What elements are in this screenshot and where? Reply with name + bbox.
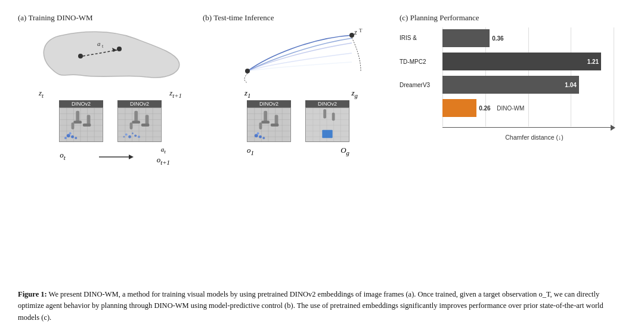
panel-b-title: (b) Test-time Inference bbox=[203, 13, 274, 23]
bar-label-tdmpc2: TD-MPC2 bbox=[400, 51, 442, 72]
svg-rect-18 bbox=[73, 121, 82, 124]
bar-row-iris: IRIS & 0.36 bbox=[400, 27, 626, 49]
blob-area: a t bbox=[33, 26, 188, 86]
svg-point-74 bbox=[262, 137, 265, 139]
caption-text: We present DINO-WM, a method for trainin… bbox=[18, 290, 603, 322]
og-label: Og bbox=[340, 146, 349, 156]
svg-rect-21 bbox=[83, 124, 91, 127]
robot-svg-right bbox=[118, 108, 161, 141]
svg-rect-42 bbox=[141, 124, 150, 127]
dino-box-right: DINOv2 bbox=[117, 100, 162, 142]
svg-point-23 bbox=[71, 135, 74, 138]
svg-rect-86 bbox=[323, 109, 326, 118]
svg-rect-87 bbox=[332, 112, 335, 121]
dino-box-b-right: DINOv2 bbox=[305, 100, 349, 142]
diagram-row: (a) Training DINO-WM a t bbox=[18, 11, 626, 282]
bar-row-tdmpc2: TD-MPC2 1.21 bbox=[400, 51, 626, 72]
panel-b: (b) Test-time Inference z T bbox=[203, 11, 394, 282]
dino-wm-name-label: DINO-WM bbox=[497, 105, 524, 112]
svg-text:T: T bbox=[359, 27, 363, 33]
bar-row-dinowm: 0.26 DINO-WM bbox=[400, 97, 626, 119]
dino-box-left: DINOv2 bbox=[59, 100, 103, 142]
panel-c-title: (c) Planning Performance bbox=[400, 13, 479, 23]
svg-point-25 bbox=[75, 137, 77, 139]
obs-t1-label: ot+1 bbox=[157, 155, 170, 166]
bar-label-iris: IRIS & bbox=[400, 27, 442, 49]
obs-action-row: ot at ot+1 bbox=[51, 146, 170, 166]
svg-text:z: z bbox=[354, 28, 357, 36]
dino-box-b-left: DINOv2 bbox=[247, 100, 291, 142]
bar-value-dinowm: 0.26 bbox=[479, 105, 490, 112]
svg-point-24 bbox=[69, 132, 72, 134]
svg-point-45 bbox=[125, 133, 128, 135]
dino-label-right: DINOv2 bbox=[117, 100, 162, 107]
svg-rect-70 bbox=[271, 124, 279, 127]
inference-area: z T bbox=[215, 26, 382, 86]
dino-label-left: DINOv2 bbox=[59, 100, 103, 107]
dino-boxes-row-b: DINOv2 bbox=[247, 100, 349, 142]
bar-value-dreamerv3: 1.04 bbox=[565, 82, 576, 88]
main-container: (a) Training DINO-WM a t bbox=[0, 0, 644, 333]
chart-axis bbox=[400, 121, 626, 132]
inference-svg: z T bbox=[215, 26, 382, 86]
svg-rect-67 bbox=[261, 121, 270, 124]
svg-point-22 bbox=[67, 134, 70, 137]
bar-fill-iris bbox=[442, 29, 490, 47]
svg-rect-55 bbox=[247, 108, 290, 141]
z-t1-label: zt+1 bbox=[169, 88, 182, 99]
svg-rect-88 bbox=[322, 130, 332, 138]
bar-label-dinowm bbox=[400, 97, 442, 119]
svg-point-0 bbox=[78, 54, 83, 58]
caption-label: Figure 1: bbox=[18, 290, 47, 298]
panel-a: (a) Training DINO-WM a t bbox=[18, 11, 203, 282]
svg-point-71 bbox=[255, 134, 258, 137]
blob-svg: a t bbox=[33, 26, 188, 86]
dino-img-b-right bbox=[305, 107, 349, 142]
svg-rect-40 bbox=[130, 122, 133, 130]
z1-label: z1 bbox=[244, 88, 250, 99]
bar-fill-area-tdmpc2: 1.21 bbox=[442, 51, 626, 72]
dino-label-b-left: DINOv2 bbox=[247, 100, 291, 107]
svg-point-72 bbox=[259, 135, 262, 138]
svg-marker-50 bbox=[129, 155, 134, 159]
caption: Figure 1: We present DINO-WM, a method f… bbox=[18, 289, 626, 323]
panel-c: (c) Planning Performance IRIS & bbox=[394, 11, 626, 282]
action-arrow-svg bbox=[98, 150, 134, 161]
zg-label: zg bbox=[352, 88, 358, 99]
axis-label: Chamfer distance (↓) bbox=[442, 134, 626, 141]
dino-img-b-left bbox=[247, 107, 291, 142]
axis-line bbox=[442, 127, 614, 128]
dino-label-b-right: DINOv2 bbox=[305, 100, 349, 107]
panel-a-title: (a) Training DINO-WM bbox=[18, 13, 93, 23]
svg-point-43 bbox=[128, 135, 131, 138]
bar-fill-dreamerv3: 1.04 bbox=[442, 76, 579, 94]
svg-rect-68 bbox=[259, 122, 262, 130]
svg-point-44 bbox=[134, 134, 137, 137]
action-arrow bbox=[98, 150, 134, 161]
svg-rect-6 bbox=[60, 108, 102, 141]
svg-point-48 bbox=[123, 135, 125, 137]
bar-value-iris: 0.36 bbox=[492, 35, 503, 42]
bar-row-dreamerv3: DreamerV3 1.04 bbox=[400, 74, 626, 95]
o1-label: o1 bbox=[247, 146, 254, 156]
robot-svg-b-right bbox=[306, 108, 349, 141]
obs-inference-labels: o1 Og bbox=[247, 146, 349, 156]
bar-value-tdmpc2: 1.21 bbox=[587, 58, 599, 65]
bar-fill-tdmpc2: 1.21 bbox=[442, 53, 601, 70]
chart-container: IRIS & 0.36 TD-MPC2 1.21 bbox=[400, 27, 626, 141]
z-t-label: zt bbox=[39, 88, 44, 99]
svg-point-51 bbox=[245, 69, 250, 73]
svg-text:a: a bbox=[97, 40, 101, 47]
bar-fill-area-iris: 0.36 bbox=[442, 27, 626, 49]
robot-svg-b-left bbox=[247, 108, 290, 141]
dino-boxes-row-a: DINOv2 bbox=[59, 100, 162, 142]
svg-point-47 bbox=[138, 135, 140, 138]
axis-arrow bbox=[611, 125, 615, 131]
obs-t-label: ot bbox=[51, 150, 75, 161]
z-labels-row: zt zt+1 bbox=[33, 88, 188, 99]
svg-rect-39 bbox=[132, 121, 140, 124]
action-t-label: at bbox=[161, 146, 166, 155]
obs-t1-group: at ot+1 bbox=[157, 146, 170, 166]
svg-point-1 bbox=[117, 47, 122, 51]
bar-fill-dinowm bbox=[442, 99, 476, 117]
